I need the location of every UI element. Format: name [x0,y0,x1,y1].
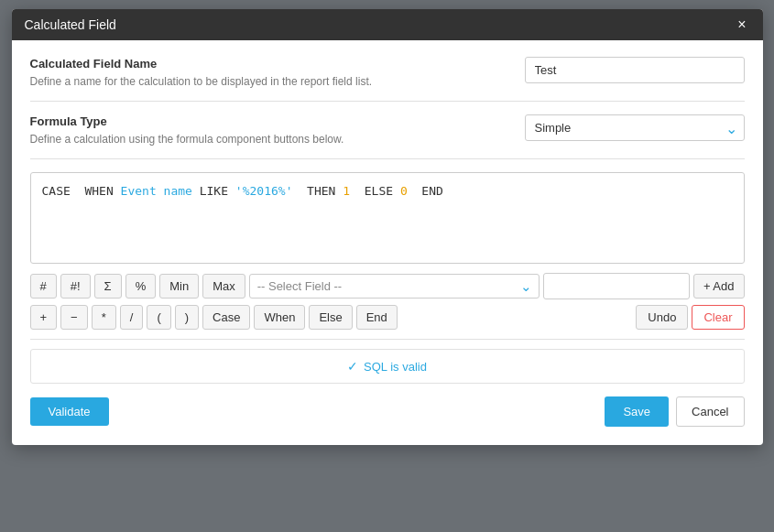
modal-footer: Validate Save Cancel [30,396,745,430]
field-select[interactable]: -- Select Field -- [249,274,540,299]
sql-valid-banner: ✓ SQL is valid [30,349,745,384]
open-paren-button[interactable]: ( [147,305,170,330]
add-button[interactable]: + Add [693,274,745,299]
formula-end-keyword: END [408,184,443,198]
formula-type-label: Formula Type [30,114,525,128]
save-button[interactable]: Save [605,396,669,427]
toolbar-row-2: + − * / ( ) Case When Else End Undo Clea… [30,305,745,330]
divider [30,339,745,340]
close-button[interactable]: × [734,16,749,33]
field-name-labels: Calculated Field Name Define a name for … [30,57,525,88]
field-name-input[interactable] [525,57,745,83]
min-button[interactable]: Min [159,274,199,299]
close-paren-button[interactable]: ) [175,305,199,330]
max-button[interactable]: Max [202,274,245,299]
hash-button[interactable]: # [30,274,57,299]
validate-button[interactable]: Validate [30,397,109,426]
value-input[interactable] [543,273,690,299]
field-name-section: Calculated Field Name Define a name for … [30,57,745,102]
clear-button[interactable]: Clear [692,305,744,330]
formula-type-labels: Formula Type Define a calculation using … [30,114,525,146]
sigma-button[interactable]: Σ [94,274,122,299]
case-button[interactable]: Case [202,305,250,330]
formula-type-select[interactable]: Simple Advanced [525,114,745,141]
formula-field-name: Event name [121,184,192,198]
footer-right: Save Cancel [605,396,744,427]
modal-title: Calculated Field [25,17,116,32]
formula-num-1: 1 [343,184,350,198]
formula-type-select-wrapper: Simple Advanced ⌄ [525,114,745,141]
field-name-sublabel: Define a name for the calculation to be … [30,75,373,88]
formula-type-section: Formula Type Define a calculation using … [30,114,745,159]
modal-header: Calculated Field × [12,9,763,40]
formula-num-0: 0 [400,184,408,198]
check-icon: ✓ [347,359,358,374]
field-select-wrapper: -- Select Field -- ⌄ [249,274,540,299]
calculated-field-modal: Calculated Field × Calculated Field Name… [12,9,763,445]
sql-valid-text: SQL is valid [364,360,427,374]
formula-type-sublabel: Define a calculation using the formula c… [30,133,344,146]
undo-button[interactable]: Undo [636,305,688,330]
end-button[interactable]: End [356,305,398,330]
modal-body: Calculated Field Name Define a name for … [12,40,763,445]
formula-editor[interactable]: CASE WHEN Event name LIKE '%2016%' THEN … [30,172,745,264]
formula-else-keyword: ELSE [350,184,400,198]
when-button[interactable]: When [254,305,305,330]
plus-button[interactable]: + [30,305,58,330]
formula-keyword: CASE WHEN [42,184,121,198]
formula-then-keyword: THEN [292,184,343,198]
minus-button[interactable]: − [60,305,88,330]
divide-button[interactable]: / [120,305,144,330]
multiply-button[interactable]: * [92,305,116,330]
formula-string-value: '%2016%' [235,184,293,198]
toolbar-row-1: # #! Σ % Min Max -- Select Field -- ⌄ + … [30,273,745,299]
field-name-label: Calculated Field Name [30,57,525,71]
percent-button[interactable]: % [125,274,157,299]
hash-excl-button[interactable]: #! [60,274,91,299]
formula-like-keyword: LIKE [192,184,235,198]
cancel-button[interactable]: Cancel [676,396,744,427]
else-button[interactable]: Else [309,305,352,330]
